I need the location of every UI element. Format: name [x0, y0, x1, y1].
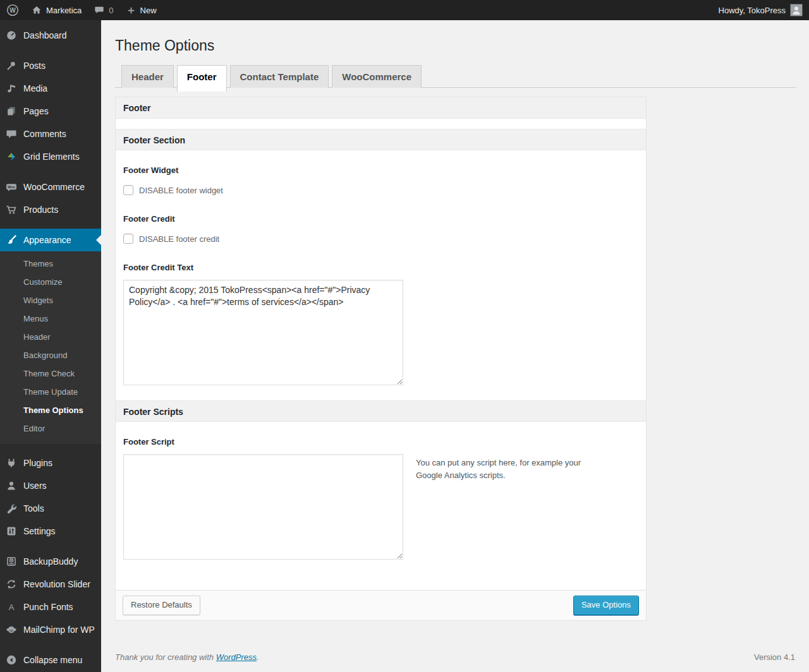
comments-icon — [5, 128, 18, 140]
submenu-item-widgets[interactable]: Widgets — [0, 291, 101, 309]
version-text: Version 4.1 — [754, 652, 795, 662]
tab-footer[interactable]: Footer — [177, 65, 227, 92]
tab-contact-template[interactable]: Contact Template — [230, 65, 329, 88]
footer-credit-text-textarea[interactable]: Copyright &copy; 2015 TokoPress<span><a … — [123, 280, 403, 385]
sidebar-item-media[interactable]: Media — [0, 77, 101, 100]
submenu-item-theme-update[interactable]: Theme Update — [0, 383, 101, 401]
submenu-item-themes[interactable]: Themes — [0, 255, 101, 273]
disable-footer-widget-checkbox[interactable] — [123, 185, 133, 195]
sidebar-item-plugins[interactable]: Plugins — [0, 452, 101, 474]
sidebar-item-revolution-slider[interactable]: Revolution Slider — [0, 573, 101, 596]
submenu-item-header[interactable]: Header — [0, 328, 101, 346]
new-label: New — [140, 6, 157, 15]
site-name-label: Marketica — [46, 6, 82, 15]
admin-bar: W Marketica 0 New Howdy, TokoPress — [0, 0, 809, 20]
appearance-submenu: Themes Customize Widgets Menus Header Ba… — [0, 251, 101, 444]
submenu-item-customize[interactable]: Customize — [0, 273, 101, 291]
letter-a-icon: A — [5, 601, 18, 613]
dashboard-icon — [5, 30, 18, 41]
tab-woocommerce[interactable]: WooCommerce — [332, 65, 422, 88]
brush-icon — [5, 234, 18, 246]
collapse-icon — [5, 654, 18, 666]
user-icon — [5, 480, 18, 491]
footer-script-help-text: You can put any script here, for example… — [416, 457, 605, 482]
cart-icon — [5, 204, 18, 215]
account-menu[interactable]: Howdy, TokoPress — [712, 4, 809, 16]
sidebar-item-dashboard[interactable]: Dashboard — [0, 24, 101, 47]
sidebar-item-tools[interactable]: Tools — [0, 497, 101, 520]
sidebar-label: Grid Elements — [23, 152, 80, 162]
wordpress-logo-icon: W — [6, 4, 19, 16]
panel-header: Footer — [116, 97, 646, 119]
backup-drive-icon — [5, 556, 18, 567]
sidebar-item-punch-fonts[interactable]: A Punch Fonts — [0, 596, 101, 618]
sidebar-label: Plugins — [23, 458, 52, 468]
sidebar-item-grid-elements[interactable]: Grid Elements — [0, 145, 101, 168]
admin-sidebar: Dashboard Posts Media Pages Comments Gri… — [0, 20, 101, 672]
restore-defaults-button[interactable]: Restore Defaults — [123, 596, 200, 615]
comment-bubble-icon — [94, 5, 104, 15]
media-icon — [5, 83, 18, 94]
admin-footer: Thank you for creating with WordPress. V… — [115, 652, 796, 672]
footer-credit-label: Footer Credit — [123, 214, 638, 224]
sidebar-label: Appearance — [23, 235, 71, 245]
sidebar-item-comments[interactable]: Comments — [0, 123, 101, 145]
new-content-menu[interactable]: New — [120, 0, 163, 20]
footer-scripts-header: Footer Scripts — [116, 400, 646, 422]
sidebar-label: Collapse menu — [23, 655, 82, 665]
sidebar-label: Products — [23, 205, 58, 215]
sidebar-item-appearance[interactable]: Appearance — [0, 229, 101, 251]
grid-elements-icon — [5, 151, 18, 162]
footer-credit-text-label: Footer Credit Text — [123, 263, 638, 272]
disable-footer-credit-checkbox[interactable] — [123, 234, 133, 244]
sidebar-item-users[interactable]: Users — [0, 474, 101, 497]
sidebar-label: Media — [23, 83, 47, 93]
svg-text:A: A — [9, 603, 15, 612]
sidebar-label: Dashboard — [23, 30, 67, 40]
disable-footer-widget-row: DISABLE footer widget — [123, 185, 638, 195]
sidebar-item-collapse-menu[interactable]: Collapse menu — [0, 649, 101, 671]
disable-footer-credit-label: DISABLE footer credit — [139, 234, 219, 244]
tab-header[interactable]: Header — [121, 65, 174, 88]
thanks-prefix: Thank you for creating with — [115, 652, 216, 662]
disable-footer-widget-label: DISABLE footer widget — [139, 186, 223, 195]
footer-thanks-text: Thank you for creating with WordPress. — [115, 652, 259, 662]
sidebar-item-posts[interactable]: Posts — [0, 54, 101, 77]
footer-options-panel: Footer Footer Section Footer Widget DISA… — [115, 97, 647, 621]
submenu-item-editor[interactable]: Editor — [0, 419, 101, 438]
sidebar-item-pages[interactable]: Pages — [0, 100, 101, 123]
theme-options-tabs: Header Footer Contact Template WooCommer… — [115, 65, 796, 88]
wordpress-logo-menu[interactable]: W — [0, 0, 25, 20]
sidebar-item-settings[interactable]: Settings — [0, 520, 101, 543]
sidebar-label: Punch Fonts — [23, 602, 73, 612]
sidebar-item-woocommerce[interactable]: Woo WooCommerce — [0, 176, 101, 198]
comments-count: 0 — [109, 6, 113, 15]
submenu-item-theme-options[interactable]: Theme Options — [0, 401, 101, 419]
settings-icon — [5, 525, 18, 537]
disable-footer-credit-row: DISABLE footer credit — [123, 234, 638, 244]
comments-menu[interactable]: 0 — [88, 0, 119, 20]
main-content: Theme Options Header Footer Contact Temp… — [101, 20, 809, 672]
save-options-button[interactable]: Save Options — [573, 596, 639, 615]
sidebar-label: Settings — [23, 526, 56, 536]
wordpress-link[interactable]: WordPress — [216, 652, 257, 662]
sidebar-item-backupbuddy[interactable]: BackupBuddy — [0, 550, 101, 573]
footer-script-textarea[interactable] — [123, 454, 403, 560]
sidebar-label: BackupBuddy — [23, 556, 78, 567]
sidebar-label: WooCommerce — [23, 182, 85, 192]
site-name-menu[interactable]: Marketica — [25, 0, 88, 20]
submenu-item-background[interactable]: Background — [0, 346, 101, 364]
footer-section-body: Footer Widget DISABLE footer widget Foot… — [116, 150, 646, 400]
sidebar-label: Tools — [23, 503, 44, 513]
plus-icon — [126, 6, 136, 15]
pages-icon — [5, 105, 18, 117]
svg-text:Woo: Woo — [8, 185, 16, 189]
submenu-item-theme-check[interactable]: Theme Check — [0, 364, 101, 383]
footer-scripts-body: Footer Script You can put any script her… — [116, 422, 646, 590]
sidebar-item-products[interactable]: Products — [0, 198, 101, 221]
sidebar-label: Comments — [23, 129, 66, 139]
footer-section-header: Footer Section — [116, 129, 646, 150]
submenu-item-menus[interactable]: Menus — [0, 309, 101, 328]
footer-script-label: Footer Script — [123, 437, 638, 447]
sidebar-item-mailchimp[interactable]: MailChimp for WP — [0, 618, 101, 641]
